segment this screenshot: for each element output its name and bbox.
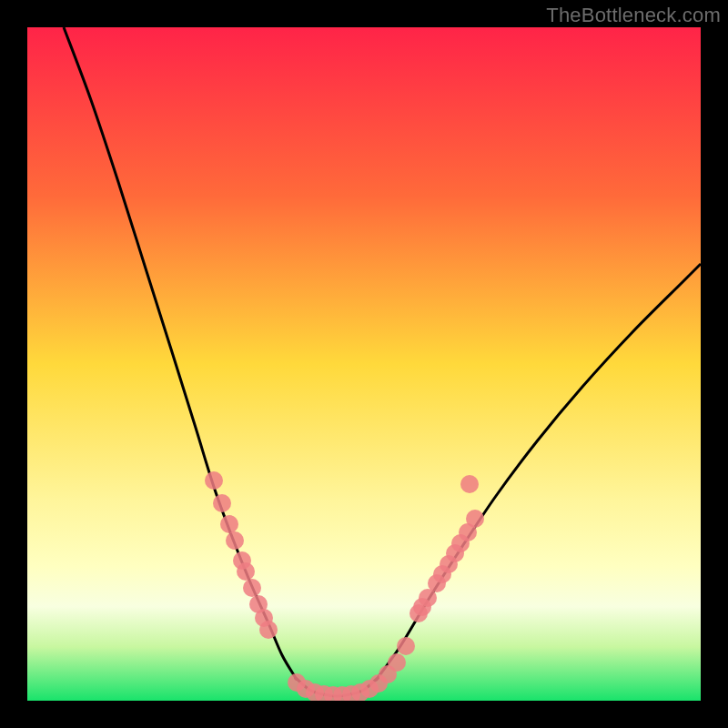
data-point-left: [213, 494, 231, 512]
data-point-right: [460, 475, 479, 493]
data-point-left: [237, 562, 255, 581]
gradient-background: [27, 27, 701, 701]
data-point-left: [220, 515, 238, 533]
data-point-floor: [397, 637, 415, 655]
data-point-right: [466, 510, 484, 528]
data-point-floor: [388, 653, 406, 672]
data-point-left: [243, 579, 261, 597]
watermark-text: TheBottleneck.com: [546, 4, 721, 27]
data-point-left: [205, 471, 223, 490]
chart-frame: TheBottleneck.com: [0, 0, 728, 728]
data-point-left: [259, 621, 278, 639]
chart-svg: [27, 27, 701, 701]
plot-area: [27, 27, 701, 701]
data-point-left: [226, 531, 244, 550]
